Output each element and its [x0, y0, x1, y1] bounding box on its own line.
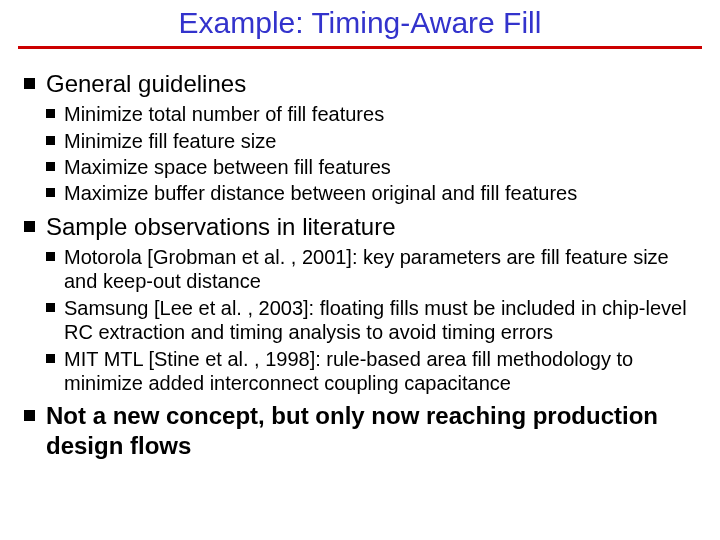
heading-text: Not a new concept, but only now reaching… — [46, 402, 658, 458]
list-item: Maximize buffer distance between origina… — [46, 181, 696, 205]
list-item: Minimize total number of fill features — [46, 102, 696, 126]
section-heading: Sample observations in literature Motoro… — [24, 212, 696, 396]
list-item: Maximize space between fill features — [46, 155, 696, 179]
list-item: Motorola [Grobman et al. , 2001]: key pa… — [46, 245, 696, 294]
list-item: Minimize fill feature size — [46, 129, 696, 153]
heading-text: Sample observations in literature — [46, 213, 396, 240]
section-heading: Not a new concept, but only now reaching… — [24, 401, 696, 460]
list-item: Samsung [Lee et al. , 2003]: floating fi… — [46, 296, 696, 345]
section-heading: General guidelines Minimize total number… — [24, 69, 696, 206]
bullet-list: General guidelines Minimize total number… — [24, 69, 696, 460]
title-area: Example: Timing-Aware Fill — [0, 0, 720, 44]
heading-text: General guidelines — [46, 70, 246, 97]
slide: Example: Timing-Aware Fill General guide… — [0, 0, 720, 540]
slide-body: General guidelines Minimize total number… — [0, 49, 720, 460]
slide-title: Example: Timing-Aware Fill — [0, 6, 720, 44]
sub-list: Minimize total number of fill features M… — [46, 102, 696, 206]
list-item: MIT MTL [Stine et al. , 1998]: rule-base… — [46, 347, 696, 396]
sub-list: Motorola [Grobman et al. , 2001]: key pa… — [46, 245, 696, 395]
